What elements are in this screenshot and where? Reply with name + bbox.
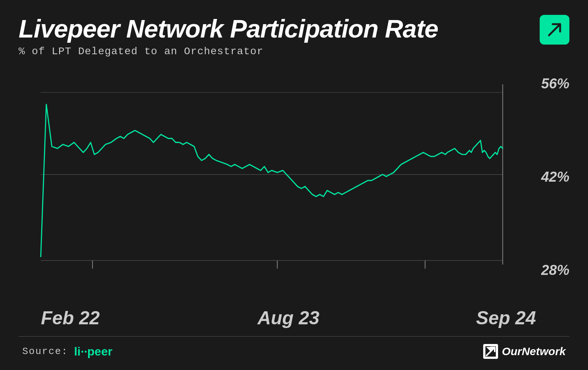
x-label-feb: Feb 22 xyxy=(41,307,206,329)
y-label-42: 42% xyxy=(536,169,569,185)
livepeer-rest: peer xyxy=(87,345,113,358)
ournetwork-logo: OurNetwork xyxy=(483,344,566,359)
chart-wrapper: 56% 42% 28% xyxy=(19,68,569,301)
y-label-28: 28% xyxy=(536,262,569,278)
main-container: Livepeer Network Participation Rate % of… xyxy=(0,0,588,370)
y-axis-labels: 56% 42% 28% xyxy=(536,68,569,301)
logo-badge xyxy=(540,15,569,45)
divider-line xyxy=(19,336,569,337)
chart-area: 56% 42% 28% xyxy=(19,68,569,301)
main-title: Livepeer Network Participation Rate xyxy=(19,15,438,43)
x-label-aug: Aug 23 xyxy=(206,307,371,329)
chart-svg xyxy=(19,68,536,301)
ournetwork-text: OurNetwork xyxy=(502,345,566,358)
source-section: Source: li∙∙peer xyxy=(22,345,112,358)
livepeer-name: li xyxy=(74,345,81,358)
footer-area: Source: li∙∙peer OurNetwork xyxy=(19,344,569,359)
livepeer-logo: li∙∙peer xyxy=(74,345,112,358)
subtitle: % of LPT Delegated to an Orchestrator xyxy=(19,46,438,57)
y-label-56: 56% xyxy=(536,76,569,92)
ournetwork-svg-icon xyxy=(485,346,496,357)
x-label-sep: Sep 24 xyxy=(371,307,536,329)
chart-svg-container xyxy=(19,68,536,301)
x-axis-labels: Feb 22 Aug 23 Sep 24 xyxy=(19,307,536,329)
header-area: Livepeer Network Participation Rate % of… xyxy=(19,15,569,57)
badge-overlay-icon xyxy=(545,20,564,39)
livepeer-dots: ∙∙ xyxy=(81,345,87,358)
source-label: Source: xyxy=(22,346,68,357)
ournetwork-icon xyxy=(483,344,498,359)
title-section: Livepeer Network Participation Rate % of… xyxy=(19,15,438,57)
